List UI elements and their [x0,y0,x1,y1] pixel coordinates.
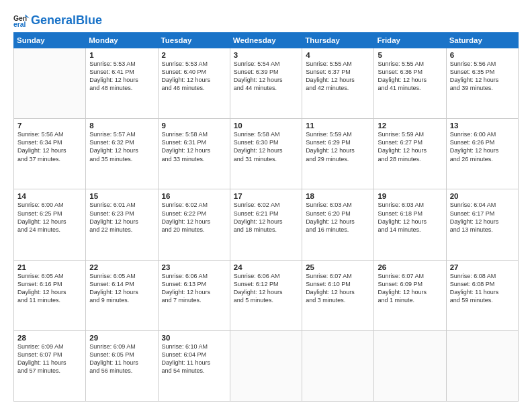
day-number: 22 [89,263,154,271]
day-info: Sunrise: 5:58 AM Sunset: 6:31 PM Dayligh… [162,130,226,163]
week-row-3: 14Sunrise: 6:00 AM Sunset: 6:25 PM Dayli… [14,189,519,260]
day-number: 30 [162,334,226,342]
weekday-header-thursday: Thursday [302,33,374,48]
calendar-cell: 24Sunrise: 6:06 AM Sunset: 6:12 PM Dayli… [230,260,302,330]
calendar-cell: 17Sunrise: 6:02 AM Sunset: 6:21 PM Dayli… [230,189,302,260]
calendar-cell: 30Sunrise: 6:10 AM Sunset: 6:04 PM Dayli… [158,330,230,401]
calendar-cell [14,48,86,119]
svg-text:eral: eral [13,21,26,28]
day-number: 3 [234,51,298,59]
weekday-header-wednesday: Wednesday [230,33,302,48]
day-number: 17 [234,192,298,200]
calendar-cell: 26Sunrise: 6:07 AM Sunset: 6:09 PM Dayli… [374,260,446,330]
day-info: Sunrise: 6:00 AM Sunset: 6:26 PM Dayligh… [450,130,515,163]
calendar-cell: 4Sunrise: 5:55 AM Sunset: 6:37 PM Daylig… [302,48,374,119]
day-info: Sunrise: 6:06 AM Sunset: 6:12 PM Dayligh… [234,272,298,305]
day-info: Sunrise: 6:04 AM Sunset: 6:17 PM Dayligh… [450,201,515,234]
calendar-cell: 16Sunrise: 6:02 AM Sunset: 6:22 PM Dayli… [158,189,230,260]
calendar-cell: 7Sunrise: 5:56 AM Sunset: 6:34 PM Daylig… [14,119,86,189]
day-info: Sunrise: 6:07 AM Sunset: 6:10 PM Dayligh… [306,272,370,305]
calendar-cell: 3Sunrise: 5:54 AM Sunset: 6:39 PM Daylig… [230,48,302,119]
weekday-header-row: SundayMondayTuesdayWednesdayThursdayFrid… [14,33,519,48]
weekday-header-saturday: Saturday [446,33,518,48]
day-info: Sunrise: 6:08 AM Sunset: 6:08 PM Dayligh… [450,272,515,305]
weekday-header-tuesday: Tuesday [158,33,230,48]
calendar-cell: 14Sunrise: 6:00 AM Sunset: 6:25 PM Dayli… [14,189,86,260]
calendar-cell: 28Sunrise: 6:09 AM Sunset: 6:07 PM Dayli… [14,330,86,401]
calendar-cell: 27Sunrise: 6:08 AM Sunset: 6:08 PM Dayli… [446,260,518,330]
calendar-cell: 18Sunrise: 6:03 AM Sunset: 6:20 PM Dayli… [302,189,374,260]
calendar-cell: 8Sunrise: 5:57 AM Sunset: 6:32 PM Daylig… [86,119,158,189]
day-number: 29 [89,334,154,342]
day-number: 1 [89,51,154,59]
calendar-cell: 25Sunrise: 6:07 AM Sunset: 6:10 PM Dayli… [302,260,374,330]
day-number: 10 [234,122,298,130]
page: Gen eral GeneralBlue SundayMondayTuesday… [0,0,532,411]
calendar-cell: 20Sunrise: 6:04 AM Sunset: 6:17 PM Dayli… [446,189,518,260]
calendar-cell: 12Sunrise: 5:59 AM Sunset: 6:27 PM Dayli… [374,119,446,189]
day-number: 19 [378,192,442,200]
day-info: Sunrise: 5:53 AM Sunset: 6:40 PM Dayligh… [162,60,226,93]
calendar-cell: 5Sunrise: 5:55 AM Sunset: 6:36 PM Daylig… [374,48,446,119]
day-info: Sunrise: 6:06 AM Sunset: 6:13 PM Dayligh… [162,272,226,305]
day-number: 5 [378,51,442,59]
calendar-table: SundayMondayTuesdayWednesdayThursdayFrid… [13,32,519,402]
calendar-cell [302,330,374,401]
day-info: Sunrise: 6:02 AM Sunset: 6:22 PM Dayligh… [162,201,226,234]
weekday-header-friday: Friday [374,33,446,48]
calendar-cell: 22Sunrise: 6:05 AM Sunset: 6:14 PM Dayli… [86,260,158,330]
day-info: Sunrise: 6:03 AM Sunset: 6:18 PM Dayligh… [378,201,442,234]
weekday-header-sunday: Sunday [14,33,86,48]
day-info: Sunrise: 5:58 AM Sunset: 6:30 PM Dayligh… [234,130,298,163]
calendar-cell: 6Sunrise: 5:56 AM Sunset: 6:35 PM Daylig… [446,48,518,119]
logo-icon: Gen eral [13,12,30,28]
week-row-5: 28Sunrise: 6:09 AM Sunset: 6:07 PM Dayli… [14,330,519,401]
day-info: Sunrise: 6:02 AM Sunset: 6:21 PM Dayligh… [234,201,298,234]
day-info: Sunrise: 5:55 AM Sunset: 6:36 PM Dayligh… [378,60,442,93]
calendar-cell: 19Sunrise: 6:03 AM Sunset: 6:18 PM Dayli… [374,189,446,260]
day-number: 4 [306,51,370,59]
day-info: Sunrise: 6:00 AM Sunset: 6:25 PM Dayligh… [17,201,82,234]
header: Gen eral GeneralBlue [13,12,519,28]
calendar-cell [230,330,302,401]
day-info: Sunrise: 6:01 AM Sunset: 6:23 PM Dayligh… [89,201,154,234]
day-number: 6 [450,51,515,59]
day-info: Sunrise: 6:10 AM Sunset: 6:04 PM Dayligh… [162,342,226,375]
day-info: Sunrise: 6:05 AM Sunset: 6:14 PM Dayligh… [89,272,154,305]
day-number: 24 [234,263,298,271]
day-info: Sunrise: 5:59 AM Sunset: 6:29 PM Dayligh… [306,130,370,163]
day-number: 25 [306,263,370,271]
day-info: Sunrise: 6:07 AM Sunset: 6:09 PM Dayligh… [378,272,442,305]
day-info: Sunrise: 5:53 AM Sunset: 6:41 PM Dayligh… [89,60,154,93]
day-number: 12 [378,122,442,130]
day-number: 7 [17,122,82,130]
day-number: 13 [450,122,515,130]
day-number: 15 [89,192,154,200]
calendar-cell: 21Sunrise: 6:05 AM Sunset: 6:16 PM Dayli… [14,260,86,330]
day-number: 26 [378,263,442,271]
calendar-cell: 13Sunrise: 6:00 AM Sunset: 6:26 PM Dayli… [446,119,518,189]
day-info: Sunrise: 5:56 AM Sunset: 6:35 PM Dayligh… [450,60,515,93]
day-info: Sunrise: 5:54 AM Sunset: 6:39 PM Dayligh… [234,60,298,93]
week-row-4: 21Sunrise: 6:05 AM Sunset: 6:16 PM Dayli… [14,260,519,330]
week-row-1: 1Sunrise: 5:53 AM Sunset: 6:41 PM Daylig… [14,48,519,119]
calendar-cell: 11Sunrise: 5:59 AM Sunset: 6:29 PM Dayli… [302,119,374,189]
day-number: 20 [450,192,515,200]
day-info: Sunrise: 6:09 AM Sunset: 6:05 PM Dayligh… [89,342,154,375]
day-number: 14 [17,192,82,200]
calendar-cell: 10Sunrise: 5:58 AM Sunset: 6:30 PM Dayli… [230,119,302,189]
day-info: Sunrise: 5:56 AM Sunset: 6:34 PM Dayligh… [17,130,82,163]
calendar-cell: 1Sunrise: 5:53 AM Sunset: 6:41 PM Daylig… [86,48,158,119]
day-info: Sunrise: 5:59 AM Sunset: 6:27 PM Dayligh… [378,130,442,163]
weekday-header-monday: Monday [86,33,158,48]
calendar-cell: 23Sunrise: 6:06 AM Sunset: 6:13 PM Dayli… [158,260,230,330]
day-info: Sunrise: 5:57 AM Sunset: 6:32 PM Dayligh… [89,130,154,163]
day-number: 18 [306,192,370,200]
day-number: 9 [162,122,226,130]
week-row-2: 7Sunrise: 5:56 AM Sunset: 6:34 PM Daylig… [14,119,519,189]
day-number: 2 [162,51,226,59]
logo-text: GeneralBlue [31,14,102,26]
logo: Gen eral GeneralBlue [13,12,102,28]
day-number: 16 [162,192,226,200]
day-info: Sunrise: 6:03 AM Sunset: 6:20 PM Dayligh… [306,201,370,234]
